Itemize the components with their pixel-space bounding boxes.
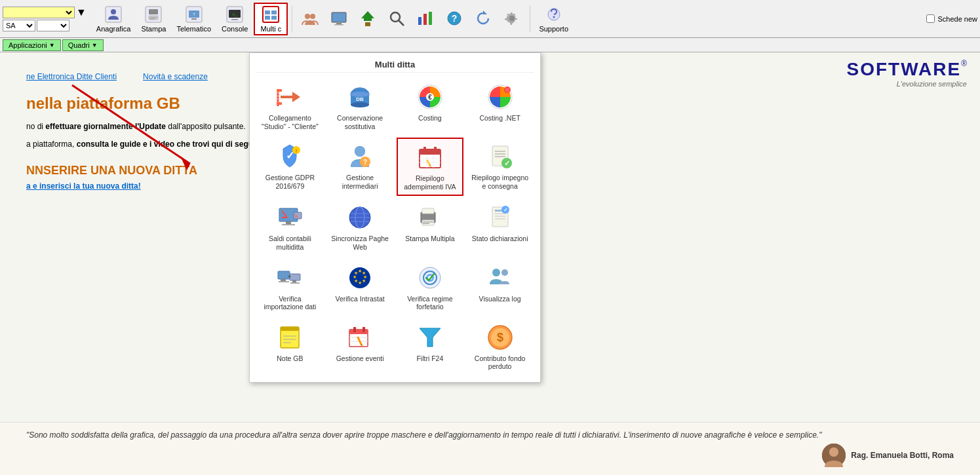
collegamento-icon xyxy=(275,83,304,111)
nav-btn-icon4[interactable] xyxy=(383,3,410,35)
secondary-select[interactable] xyxy=(37,20,69,31)
visualizza-log-label: Visualizza log xyxy=(479,295,521,303)
body2-prefix: a piattaforma, xyxy=(26,140,77,149)
svg-rect-98 xyxy=(423,221,433,223)
svg-rect-44 xyxy=(277,89,282,92)
menu-item-conservazione[interactable]: DB Conservazionesostitutiva xyxy=(326,78,394,135)
nav-btn-icon3[interactable] xyxy=(354,3,382,35)
svg-text:?: ? xyxy=(363,159,367,166)
svg-rect-83 xyxy=(286,221,291,224)
schede-new-label: Schede new xyxy=(937,15,977,23)
stampa-label: Stampa xyxy=(141,25,166,33)
sincronizza-label: Sincronizza PagheWeb xyxy=(331,235,389,251)
nav-btn-icon6[interactable]: ? xyxy=(441,3,468,35)
svg-rect-104 xyxy=(495,218,505,219)
svg-rect-111 xyxy=(292,280,296,282)
menu-item-costing-net[interactable]: Costing .NET xyxy=(466,78,534,135)
svg-text:>_: >_ xyxy=(233,12,238,16)
svg-point-63 xyxy=(355,146,365,157)
menu-item-saldi[interactable]: Saldi contabilimultiditta xyxy=(256,199,324,256)
dropdown-arrow-main[interactable]: ▼ xyxy=(76,7,87,18)
filtri-f24-label: Filtri F24 xyxy=(416,354,443,363)
menu-item-stato[interactable]: ✓ Stato dichiarazioni xyxy=(466,199,534,256)
body2-bold: consulta le guide e i video che trovi qu… xyxy=(77,140,263,149)
console-label: Console xyxy=(222,25,248,33)
gdpr-label: Gestione GDPR2016/679 xyxy=(265,174,315,190)
svg-text:T: T xyxy=(193,12,195,16)
menu-item-riepilogo-iva[interactable]: Riepilogoadempimenti IVA xyxy=(397,138,464,196)
menu-item-contributo-fondo[interactable]: $ Contributo fondoperduto xyxy=(466,318,534,375)
nav-btn-icon8[interactable] xyxy=(498,3,526,35)
stampa-multipla-icon xyxy=(416,203,444,232)
svg-point-20 xyxy=(305,14,310,19)
quadri-button[interactable]: Quadri ▼ xyxy=(62,39,104,51)
menu-item-verifica-intrastat[interactable]: ★ ★ ★ ★ ★ ★ ★ ★ Verifica Intrastat xyxy=(326,259,394,316)
saldi-icon xyxy=(275,203,304,232)
person-icon xyxy=(104,5,123,24)
nav-btn-icon7[interactable] xyxy=(469,3,497,35)
svg-rect-99 xyxy=(423,223,429,225)
nav-btn-telematico[interactable]: T Telematico xyxy=(172,3,216,35)
sa-select[interactable]: SA xyxy=(3,20,35,31)
sincronizza-icon xyxy=(345,203,374,232)
menu-item-filtri-f24[interactable]: Filtri F24 xyxy=(397,318,464,375)
refresh-icon xyxy=(474,9,492,28)
insert-link[interactable]: a e inserisci la tua nuova ditta! xyxy=(26,181,141,191)
nav-btn-stampa[interactable]: Stampa xyxy=(136,3,170,35)
menu-item-gdpr[interactable]: ✓ ! Gestione GDPR2016/679 xyxy=(256,138,324,196)
intermediari-icon: ? xyxy=(345,142,374,171)
menu-item-sincronizza[interactable]: Sincronizza PagheWeb xyxy=(326,199,394,256)
monitor-icon xyxy=(330,9,348,28)
nav-btn-multi[interactable]: Multi c xyxy=(254,3,288,35)
schede-new-checkbox[interactable] xyxy=(926,14,935,23)
menu-item-costing[interactable]: € Costing xyxy=(397,78,464,135)
main-toolbar: ▼ SA Anagrafica xyxy=(0,0,980,38)
svg-point-58 xyxy=(505,88,509,92)
note-gb-label: Note GB xyxy=(277,354,303,363)
svg-rect-103 xyxy=(495,216,505,217)
nav-btn-icon5[interactable] xyxy=(412,3,439,35)
menu-item-verifica-imp[interactable]: Verificaimportazione dati xyxy=(256,259,324,316)
avatar-img xyxy=(822,444,846,467)
author-name: Rag. Emanuela Botti, Roma xyxy=(851,451,954,460)
menu-item-intermediari[interactable]: ? Gestioneintermediari xyxy=(326,138,394,196)
menu-item-stampa-multipla[interactable]: Stampa Multipla xyxy=(397,199,464,256)
quote-author: Rag. Emanuela Botti, Roma xyxy=(26,444,954,467)
nav-btn-console[interactable]: >_ Console xyxy=(217,3,252,35)
main-select[interactable] xyxy=(3,7,75,18)
menu-item-riepilogo-impegno[interactable]: ✓ Riepilogo impegnoe consegna xyxy=(466,138,534,196)
svg-rect-3 xyxy=(149,9,158,14)
menu-item-visualizza-log[interactable]: Visualizza log xyxy=(466,259,534,316)
nav-btn-icon2[interactable] xyxy=(325,3,353,35)
menu-item-gestione-eventi[interactable]: Gestione eventi xyxy=(326,318,394,375)
svg-text:★: ★ xyxy=(358,280,362,285)
menu-item-collegamento[interactable]: Collegamento"Studio" - "Cliente" xyxy=(256,78,324,135)
menu-item-note-gb[interactable]: Note GB xyxy=(256,318,324,375)
applicazioni-button[interactable]: Applicazioni ▼ xyxy=(3,39,61,51)
svg-rect-108 xyxy=(281,279,286,281)
svg-text:DB: DB xyxy=(356,96,364,102)
nav-btn-icon1[interactable] xyxy=(296,3,324,35)
riepilogo-impegno-label: Riepilogo impegnoe consegna xyxy=(471,174,528,190)
body1-suffix: dall'apposito pulsante. xyxy=(168,122,245,131)
nav-btn-anagrafica[interactable]: Anagrafica xyxy=(92,3,136,35)
software-name-line: S OFTWARE ® xyxy=(846,59,967,80)
riepilogo-iva-label: Riepilogoadempimenti IVA xyxy=(404,174,456,191)
svg-rect-13 xyxy=(231,19,238,20)
svg-text:!: ! xyxy=(296,148,298,154)
svg-point-36 xyxy=(509,16,515,21)
collegamento-label: Collegamento"Studio" - "Cliente" xyxy=(262,114,319,130)
nav-link-fattura[interactable]: ne Elettronica Ditte Clienti xyxy=(26,72,117,81)
svg-rect-110 xyxy=(290,274,300,280)
svg-rect-6 xyxy=(150,18,155,20)
nav-link-novita[interactable]: Novità e scadenze xyxy=(143,72,208,81)
menu-item-verifica-regime[interactable]: Verifica regimeforfetario xyxy=(397,259,464,316)
software-name: S xyxy=(846,59,860,80)
anagrafica-label: Anagrafica xyxy=(96,25,131,33)
svg-rect-112 xyxy=(290,282,300,284)
svg-point-127 xyxy=(492,269,500,276)
svg-rect-137 xyxy=(363,327,365,332)
gear-icon xyxy=(503,9,521,28)
nav-btn-supporto[interactable]: Supporto xyxy=(534,3,573,35)
svg-rect-22 xyxy=(332,12,346,22)
